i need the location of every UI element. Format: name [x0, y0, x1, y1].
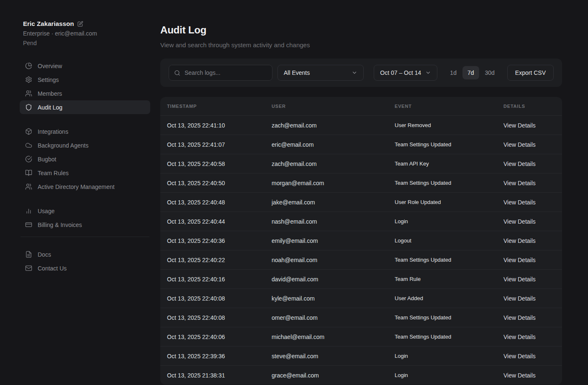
cloud-icon	[25, 142, 32, 149]
sidebar-item-settings[interactable]: Settings	[20, 73, 150, 87]
cell-user: omer@email.com	[272, 314, 395, 321]
cell-timestamp: Oct 13, 2025 22:40:36	[167, 237, 272, 244]
table-row: Oct 13, 2025 22:40:48jake@email.comUser …	[160, 192, 562, 212]
view-details-link[interactable]: View Details	[503, 295, 562, 302]
cell-timestamp: Oct 13, 2025 22:40:22	[167, 257, 272, 263]
sidebar-item-integrations[interactable]: Integrations	[20, 125, 150, 138]
cell-user: emily@email.com	[272, 237, 395, 244]
sidebar-item-billing-invoices[interactable]: Billing & Invoices	[20, 218, 150, 232]
search-icon	[174, 70, 180, 76]
cell-event: Login	[395, 372, 503, 378]
view-details-link[interactable]: View Details	[503, 141, 562, 148]
cell-timestamp: Oct 13, 2025 22:40:58	[167, 161, 272, 167]
sidebar-item-bugbot[interactable]: Bugbot	[20, 152, 150, 166]
cell-event: Team API Key	[395, 161, 503, 167]
cell-event: Team Rule	[395, 276, 503, 282]
cell-user: eric@email.com	[272, 141, 395, 148]
sidebar-item-members[interactable]: Members	[20, 87, 150, 100]
sidebar-item-label: Contact Us	[38, 265, 67, 272]
mail-icon	[25, 265, 32, 272]
sidebar-item-active-directory-management[interactable]: Active Directory Management	[20, 180, 150, 194]
cell-user: kyle@email.com	[272, 295, 395, 302]
view-details-link[interactable]: View Details	[503, 353, 562, 360]
search-input[interactable]	[185, 69, 267, 76]
date-range-picker[interactable]: Oct 07 – Oct 14	[374, 65, 437, 81]
table-row: Oct 13, 2025 22:39:36steve@email.comLogi…	[160, 346, 562, 365]
table-row: Oct 13, 2025 22:40:50morgan@email.comTea…	[160, 173, 562, 192]
edit-icon[interactable]	[77, 21, 83, 27]
users-icon	[25, 90, 32, 97]
cell-event: Login	[395, 353, 503, 359]
cell-timestamp: Oct 13, 2025 22:40:08	[167, 295, 272, 302]
users-icon	[25, 183, 32, 190]
view-details-link[interactable]: View Details	[503, 314, 562, 321]
view-details-link[interactable]: View Details	[503, 199, 562, 206]
sidebar-item-usage[interactable]: Usage	[20, 204, 150, 218]
view-details-link[interactable]: View Details	[503, 180, 562, 186]
cell-user: noah@email.com	[272, 257, 395, 263]
cell-timestamp: Oct 13, 2025 22:40:06	[167, 334, 272, 340]
event-filter-select[interactable]: All Events	[277, 65, 364, 81]
table-body: Oct 13, 2025 22:41:10zach@email.comUser …	[160, 115, 562, 385]
sidebar-item-contact-us[interactable]: Contact Us	[20, 261, 150, 275]
export-csv-button[interactable]: Export CSV	[507, 65, 554, 81]
sidebar-section: UsageBilling & Invoices	[20, 204, 150, 232]
view-details-link[interactable]: View Details	[503, 161, 562, 167]
main-content: Audit Log View and search through system…	[160, 0, 588, 385]
cell-user: steve@email.com	[272, 353, 395, 360]
sidebar-item-overview[interactable]: Overview	[20, 59, 150, 73]
table-row: Oct 13, 2025 22:41:10zach@email.comUser …	[160, 115, 562, 135]
view-details-link[interactable]: View Details	[503, 372, 562, 379]
cell-event: Team Settings Updated	[395, 257, 503, 263]
credit-card-icon	[25, 221, 32, 228]
column-header-user: USER	[272, 104, 395, 109]
sidebar-nav: OverviewSettingsMembersAudit LogIntegrat…	[20, 59, 150, 275]
table-row: Oct 13, 2025 22:40:08kyle@email.comUser …	[160, 288, 562, 308]
column-header-event: EVENT	[395, 104, 503, 109]
page-title: Audit Log	[160, 24, 562, 36]
user-name: Eric Zakariasson	[23, 20, 74, 27]
sidebar-item-audit-log[interactable]: Audit Log	[20, 100, 150, 114]
sidebar-item-label: Integrations	[38, 128, 68, 135]
view-details-link[interactable]: View Details	[503, 218, 562, 225]
sidebar-item-label: Docs	[38, 251, 51, 258]
date-range-value: Oct 07 – Oct 14	[380, 69, 421, 76]
sidebar-item-label: Members	[38, 90, 62, 97]
cell-event: User Removed	[395, 122, 503, 128]
cell-user: zach@email.com	[272, 122, 395, 129]
sidebar-divider	[21, 237, 149, 237]
package-icon	[25, 128, 32, 135]
book-open-icon	[25, 169, 32, 176]
range-option-7d[interactable]: 7d	[462, 66, 479, 79]
toolbar: All Events Oct 07 – Oct 14 1d7d30d Expor…	[160, 59, 562, 87]
range-toggle-group: 1d7d30d	[446, 66, 499, 79]
sidebar-item-label: Bugbot	[38, 156, 56, 163]
sidebar-item-label: Billing & Invoices	[38, 222, 82, 228]
view-details-link[interactable]: View Details	[503, 276, 562, 283]
sidebar-item-label: Active Directory Management	[38, 184, 115, 190]
table-row: Oct 13, 2025 22:40:16david@email.comTeam…	[160, 269, 562, 288]
sidebar-item-docs[interactable]: Docs	[20, 247, 150, 261]
cell-timestamp: Oct 13, 2025 22:40:44	[167, 218, 272, 225]
table-header-row: TIMESTAMP USER EVENT DETAILS	[160, 97, 562, 115]
range-option-30d[interactable]: 30d	[481, 66, 499, 79]
column-header-timestamp: TIMESTAMP	[167, 104, 272, 109]
table-row: Oct 13, 2025 22:40:36emily@email.comLogo…	[160, 231, 562, 250]
sidebar-item-team-rules[interactable]: Team Rules	[20, 166, 150, 180]
cell-timestamp: Oct 13, 2025 22:40:50	[167, 180, 272, 186]
view-details-link[interactable]: View Details	[503, 257, 562, 263]
search-box[interactable]	[169, 65, 272, 81]
view-details-link[interactable]: View Details	[503, 334, 562, 340]
cell-event: Logout	[395, 237, 503, 244]
sidebar-item-label: Audit Log	[38, 104, 62, 111]
range-option-1d[interactable]: 1d	[446, 66, 461, 79]
sidebar-item-label: Usage	[38, 208, 54, 214]
sidebar-item-background-agents[interactable]: Background Agents	[20, 138, 150, 152]
cell-event: User Added	[395, 295, 503, 301]
table-row: Oct 13, 2025 22:40:44nash@email.comLogin…	[160, 212, 562, 231]
table-row: Oct 13, 2025 22:40:08omer@email.comTeam …	[160, 308, 562, 327]
view-details-link[interactable]: View Details	[503, 122, 562, 129]
cell-user: jake@email.com	[272, 199, 395, 206]
check-circle-icon	[25, 156, 32, 163]
view-details-link[interactable]: View Details	[503, 237, 562, 244]
